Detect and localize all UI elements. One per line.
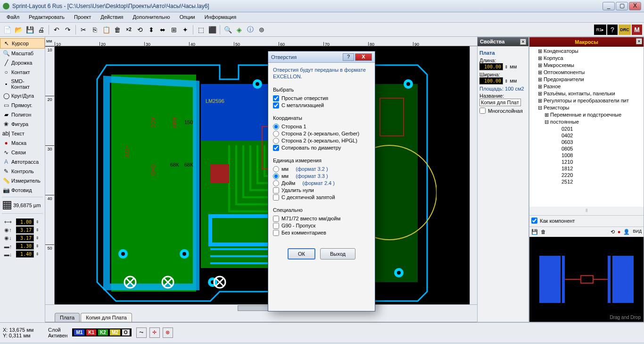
- tool-измеритель[interactable]: 📏Измеритель: [0, 176, 45, 185]
- info-icon[interactable]: ⓘ: [245, 25, 256, 35]
- ungroup-icon[interactable]: ⬛: [207, 25, 217, 35]
- side2h-row[interactable]: Сторона 2 (x-зеркально, HPGL): [273, 138, 370, 144]
- as-component-checkbox[interactable]: [531, 218, 537, 224]
- ok-button[interactable]: ОК: [288, 248, 315, 260]
- layer-M1[interactable]: M1: [74, 329, 84, 336]
- rotate-macro-icon[interactable]: ⟲: [611, 229, 615, 235]
- tool-контроль[interactable]: ✎Контроль: [0, 167, 45, 176]
- tab-board-copy[interactable]: Копия для Плата: [81, 313, 132, 322]
- tree-item[interactable]: 1210: [531, 159, 642, 165]
- cut-icon[interactable]: ✂: [78, 25, 89, 35]
- close-icon[interactable]: ×: [636, 38, 642, 44]
- g90-row[interactable]: G90 - Пропуск: [273, 223, 370, 229]
- tool-маска[interactable]: ●Маска: [0, 138, 45, 148]
- unit-inch-row[interactable]: Дюйм(формат 2.4 ): [273, 180, 370, 186]
- tree-item[interactable]: 1812: [531, 165, 642, 172]
- tool-полигон[interactable]: ▰Полигон: [0, 110, 45, 119]
- tree-item[interactable]: 0603: [531, 139, 642, 145]
- tool-контакт[interactable]: ○Контакт: [0, 67, 45, 77]
- scrollbar-vertical[interactable]: [470, 46, 477, 304]
- tool-smd-контакт[interactable]: ▪SMD-Контакт: [0, 77, 45, 91]
- unit-mm33-row[interactable]: мм(формат 3.3 ): [273, 173, 370, 179]
- multilayer-row[interactable]: Многослойная: [479, 108, 527, 114]
- snap-icon[interactable]: ✦: [180, 25, 190, 35]
- tree-item[interactable]: 0805: [531, 145, 642, 152]
- tool-автотрасса[interactable]: AАвтотрасса: [0, 157, 45, 167]
- auto-capture-icon[interactable]: ⊗: [163, 327, 173, 338]
- menu-edit[interactable]: Редактировать: [24, 12, 69, 22]
- track-param[interactable]: ▬↑1.30⇕: [2, 243, 43, 250]
- unit-mm32-radio[interactable]: [273, 166, 279, 172]
- del-zero-checkbox[interactable]: [273, 187, 279, 193]
- close-icon[interactable]: ×: [520, 39, 526, 45]
- layer-K2[interactable]: K2: [98, 329, 108, 336]
- drc-icon[interactable]: DRC: [619, 25, 631, 35]
- menu-info[interactable]: Информация: [200, 12, 241, 22]
- delete-macro-icon[interactable]: 🗑: [541, 229, 546, 235]
- metal-holes-row[interactable]: С металлизацией: [273, 102, 370, 109]
- new-icon[interactable]: 📄: [2, 25, 12, 35]
- save-icon[interactable]: 💾: [25, 25, 35, 35]
- tree-item[interactable]: ⊞ Разное: [531, 83, 642, 90]
- align-icon[interactable]: ⊞: [169, 25, 179, 35]
- metal-holes-checkbox[interactable]: [273, 102, 279, 109]
- side1-row[interactable]: Сторона 1: [273, 124, 370, 130]
- maximize-button[interactable]: ▢: [616, 2, 628, 10]
- m71-row[interactable]: M71/72 вместо мм/дюйм: [273, 216, 370, 222]
- side2g-row[interactable]: Сторона 2 (x-зеркально, Gerber): [273, 131, 370, 137]
- save-macro-icon[interactable]: 💾: [531, 229, 538, 235]
- record-macro-icon[interactable]: ●: [618, 229, 621, 235]
- tool-курсор[interactable]: ↖Курсор: [0, 38, 45, 49]
- width-value[interactable]: 100.00: [479, 77, 503, 84]
- menu-file[interactable]: Файл: [2, 12, 24, 22]
- unit-inch-radio[interactable]: [273, 180, 279, 186]
- menu-actions[interactable]: Действия: [96, 12, 128, 22]
- tool-фигура[interactable]: ❀Фигура: [0, 119, 45, 129]
- track-param[interactable]: ⟷1.00⇕: [2, 218, 43, 226]
- scanner-icon[interactable]: ⊚: [256, 25, 267, 35]
- track-param[interactable]: ◉↑3.17⇕: [2, 227, 43, 234]
- tree-item[interactable]: ⊞ Корпуса: [531, 55, 642, 62]
- tree-item[interactable]: ⊞ Регуляторы и преобразователи пит: [531, 97, 642, 104]
- tree-item[interactable]: ⊞ Оптокомпоненты: [531, 69, 642, 76]
- tool-прямоуг.[interactable]: ▭Прямоуг.: [0, 101, 45, 110]
- m-badge[interactable]: M: [632, 25, 642, 35]
- side1-radio[interactable]: [273, 124, 279, 130]
- decimal-row[interactable]: С десятичной запятой: [273, 194, 370, 201]
- transparency-icon[interactable]: ◈: [234, 25, 244, 35]
- mirror-v-icon[interactable]: ⬌: [157, 25, 168, 35]
- delete-icon[interactable]: 🗑: [112, 25, 123, 35]
- layer-O[interactable]: O: [122, 329, 130, 336]
- zoom-icon[interactable]: 🔍: [223, 25, 233, 35]
- macros-tree[interactable]: ⊞ Конденсаторы⊞ Корпуса⊞ Микросхемы⊞ Опт…: [529, 47, 644, 207]
- layer-selector[interactable]: M1K1K2M2O: [72, 328, 131, 336]
- tool-фотовид[interactable]: 📷Фотовид: [0, 185, 45, 195]
- layer-K1[interactable]: K1: [86, 329, 96, 336]
- close-button[interactable]: X: [629, 2, 641, 10]
- side2-gerber-radio[interactable]: [273, 131, 279, 137]
- track-param[interactable]: ▬↓1.40⇕: [2, 251, 43, 258]
- nocomm-row[interactable]: Без комментариев: [273, 230, 370, 236]
- unit-mm33-radio[interactable]: [273, 173, 279, 179]
- rotate-icon[interactable]: ⟲: [135, 25, 145, 35]
- open-icon[interactable]: 📂: [13, 25, 24, 35]
- dialog-help-button[interactable]: ?: [343, 53, 354, 61]
- name-input[interactable]: [479, 99, 521, 106]
- decimal-checkbox[interactable]: [273, 194, 279, 201]
- tool-дорожка[interactable]: ╱Дорожка: [0, 58, 45, 67]
- group-icon[interactable]: ⬚: [196, 25, 206, 35]
- tree-item[interactable]: 2512: [531, 178, 642, 185]
- sort-diameter-checkbox[interactable]: [273, 145, 279, 151]
- help-icon[interactable]: ?: [607, 25, 618, 35]
- grid-setting[interactable]: 39,6875 µm: [0, 199, 45, 211]
- menu-additional[interactable]: Дополнительно: [128, 12, 174, 22]
- tool-связи[interactable]: ∿Связи: [0, 148, 45, 157]
- tool-текст[interactable]: ab|Текст: [0, 129, 45, 138]
- print-icon[interactable]: 🖨: [36, 25, 46, 35]
- tree-item[interactable]: ⊞ Конденсаторы: [531, 48, 642, 55]
- tool-масштаб[interactable]: 🔍Масштаб: [0, 49, 45, 58]
- m71-checkbox[interactable]: [273, 216, 279, 222]
- minimize-button[interactable]: _: [603, 2, 615, 10]
- g90-checkbox[interactable]: [273, 223, 279, 229]
- tree-item[interactable]: ⊞ Переменные и подстроечные: [531, 111, 642, 118]
